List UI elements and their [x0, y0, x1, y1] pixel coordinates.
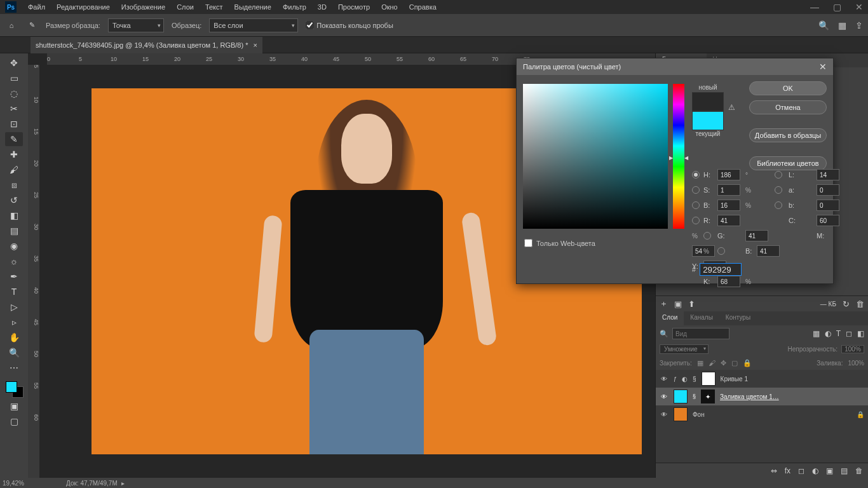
path-select-tool[interactable]: ▷: [5, 300, 23, 314]
tab-layers[interactable]: Слои: [656, 311, 684, 325]
type-tool[interactable]: T: [5, 285, 23, 299]
input-C[interactable]: [817, 215, 839, 226]
eraser-tool[interactable]: ◧: [5, 208, 23, 222]
layer-mask-icon[interactable]: ◻: [798, 466, 804, 475]
filter-type-icon[interactable]: T: [836, 329, 841, 338]
input-Bri[interactable]: [717, 200, 740, 211]
input-R[interactable]: [717, 215, 740, 226]
menu-select[interactable]: Выделение: [234, 3, 271, 11]
visibility-icon[interactable]: 👁: [660, 376, 668, 383]
link-layers-icon[interactable]: ⇔: [771, 466, 777, 475]
opacity-value[interactable]: 100%: [841, 345, 864, 353]
lock-artboard-icon[interactable]: ▢: [731, 359, 738, 367]
filter-adjust-icon[interactable]: ◐: [825, 329, 831, 338]
radio-L[interactable]: [775, 171, 782, 179]
zoom-tool[interactable]: 🔍: [5, 346, 23, 360]
quick-select-tool[interactable]: ✂: [5, 102, 23, 116]
layer-item-curves[interactable]: 👁 ƒ ◐ § Кривые 1: [656, 370, 868, 388]
saturation-cursor[interactable]: [524, 207, 530, 214]
new-layer-icon[interactable]: ＋: [660, 298, 668, 309]
radio-a[interactable]: [775, 186, 782, 194]
lock-position-icon[interactable]: ✥: [721, 359, 726, 367]
layer-item-background[interactable]: 👁 Фон 🔒: [656, 405, 868, 423]
menu-filter[interactable]: Фильтр: [283, 3, 306, 11]
current-color-swatch[interactable]: [692, 111, 724, 130]
menu-file[interactable]: Файл: [28, 3, 45, 11]
radio-G[interactable]: [703, 232, 711, 240]
layer-fx-icon[interactable]: fx: [785, 466, 790, 475]
menu-help[interactable]: Справка: [409, 3, 437, 11]
color-libs-button[interactable]: Библиотеки цветов: [749, 156, 827, 170]
new-layer-icon[interactable]: ▤: [841, 466, 848, 475]
input-S[interactable]: [717, 184, 740, 196]
search-icon[interactable]: 🔍: [818, 20, 829, 30]
tab-close-icon[interactable]: ×: [253, 41, 257, 49]
visibility-icon[interactable]: 👁: [660, 411, 668, 418]
radio-B2[interactable]: [717, 247, 725, 255]
input-H[interactable]: [717, 169, 740, 180]
layer-item-color-fill[interactable]: 👁 § ✦ Заливка цветом 1…: [656, 388, 868, 405]
new-group-icon[interactable]: ▣: [826, 466, 833, 475]
menu-image[interactable]: Изображение: [121, 3, 165, 11]
blur-tool[interactable]: ◉: [5, 239, 23, 253]
adjustment-layer-icon[interactable]: ◐: [812, 466, 818, 475]
menu-3d[interactable]: 3D: [318, 3, 327, 11]
dodge-tool[interactable]: ☼: [5, 254, 23, 268]
menu-edit[interactable]: Редактирование: [57, 3, 110, 11]
input-b[interactable]: [817, 200, 839, 211]
input-a[interactable]: [817, 184, 839, 196]
input-Blue[interactable]: [757, 245, 780, 257]
home-icon[interactable]: ⌂: [5, 19, 18, 32]
lock-transparent-icon[interactable]: ▦: [697, 359, 703, 367]
trash-icon[interactable]: 🗑: [856, 299, 864, 309]
close-icon[interactable]: ✕: [855, 2, 863, 12]
filter-smart-icon[interactable]: ◧: [857, 329, 864, 338]
sample-size-dropdown[interactable]: Точка: [108, 18, 164, 32]
stamp-tool[interactable]: ⧇: [5, 178, 23, 192]
chevron-right-icon[interactable]: ▸: [121, 480, 125, 487]
add-swatch-button[interactable]: Добавить в образцы: [749, 128, 827, 142]
menu-window[interactable]: Окно: [381, 3, 398, 11]
screenmode-tool[interactable]: ▢: [5, 414, 23, 428]
share-icon[interactable]: ⇪: [855, 20, 863, 30]
cancel-button[interactable]: Отмена: [749, 100, 827, 114]
search-icon[interactable]: 🔍: [660, 330, 668, 338]
sample-source-dropdown[interactable]: Все слои: [209, 18, 298, 32]
radio-R[interactable]: [692, 217, 700, 224]
input-L[interactable]: [817, 169, 839, 180]
menu-text[interactable]: Текст: [205, 3, 223, 11]
gradient-tool[interactable]: ▤: [5, 224, 23, 238]
web-only-checkbox[interactable]: Только Web-цвета: [524, 239, 595, 247]
layer-mask-thumb[interactable]: ✦: [701, 390, 715, 403]
pen-tool[interactable]: ✒: [5, 269, 23, 283]
ok-button[interactable]: OK: [749, 81, 827, 95]
tab-paths[interactable]: Контуры: [719, 311, 757, 325]
visibility-icon[interactable]: 👁: [660, 393, 668, 400]
hand-tool[interactable]: ✋: [5, 330, 23, 344]
menu-layers[interactable]: Слои: [177, 3, 194, 11]
delete-layer-icon[interactable]: 🗑: [855, 466, 863, 475]
close-icon[interactable]: ✕: [819, 62, 827, 72]
marquee-tool[interactable]: ▭: [5, 71, 23, 85]
edit-toolbar[interactable]: ⋯: [5, 361, 23, 375]
new-folder-icon[interactable]: ▣: [674, 299, 682, 309]
menu-view[interactable]: Просмотр: [338, 3, 370, 11]
refresh-icon[interactable]: ↻: [843, 299, 850, 309]
quickmask-tool[interactable]: ▣: [5, 399, 23, 413]
saturation-field[interactable]: [523, 84, 668, 229]
maximize-icon[interactable]: ▢: [833, 2, 841, 12]
radio-b[interactable]: [775, 201, 782, 209]
show-ring-checkbox[interactable]: Показать кольцо пробы: [306, 21, 393, 29]
color-swatches[interactable]: [4, 380, 24, 398]
radio-S[interactable]: [692, 186, 700, 194]
fill-value[interactable]: 100%: [848, 360, 864, 367]
brush-tool[interactable]: 🖌: [5, 163, 23, 177]
layer-search-input[interactable]: [672, 328, 729, 339]
lock-paint-icon[interactable]: 🖌: [709, 359, 715, 367]
lasso-tool[interactable]: ◌: [5, 86, 23, 100]
history-brush-tool[interactable]: ↺: [5, 193, 23, 207]
gamut-warning-icon[interactable]: ⚠: [728, 103, 735, 112]
lock-all-icon[interactable]: 🔒: [743, 359, 752, 367]
filter-pixel-icon[interactable]: ▦: [813, 329, 820, 338]
crop-tool[interactable]: ⊡: [5, 117, 23, 131]
